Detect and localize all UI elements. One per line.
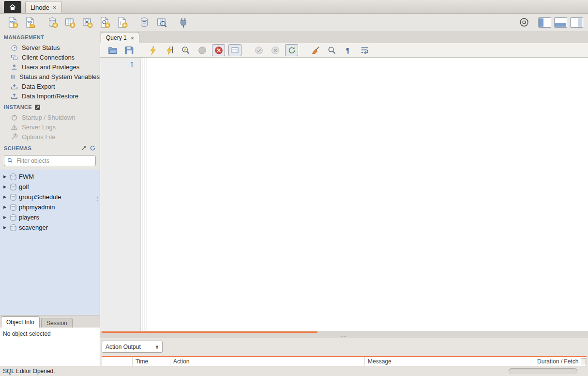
open-script-button[interactable] xyxy=(106,44,119,56)
line-number: 1 xyxy=(130,61,134,68)
schema-row-players[interactable]: ▶ players xyxy=(0,212,100,222)
expand-schemas-button[interactable] xyxy=(81,145,87,151)
sidebar-item-label: Status and System Variables xyxy=(19,73,100,80)
schema-label: phpmyadmin xyxy=(19,204,55,211)
autocommit-toggle[interactable] xyxy=(285,44,298,56)
toggle-sidebar-button[interactable] xyxy=(538,17,551,28)
sidebar-item-server-status[interactable]: Server Status xyxy=(0,43,100,52)
schema-row-fwm[interactable]: ▶ FWM xyxy=(0,172,100,182)
toggle-secondary-sidebar-button[interactable] xyxy=(570,17,583,28)
create-procedure-icon xyxy=(98,16,111,29)
sidebar-item-label: Client Connections xyxy=(22,54,75,61)
schema-filter-input[interactable] xyxy=(15,157,92,165)
schema-row-groupschedule[interactable]: ▶ groupSchedule xyxy=(0,192,100,202)
commit-icon xyxy=(254,45,264,56)
info-tab-bar: Object Info Session xyxy=(0,315,100,328)
sidebar-resize-handle[interactable]: ⋮ xyxy=(95,198,100,200)
sidebar-item-server-logs[interactable]: Server Logs xyxy=(0,122,100,132)
schema-label: golf xyxy=(19,183,29,190)
instance-shortcut-icon[interactable] xyxy=(35,105,40,110)
search-table-data-button[interactable] xyxy=(154,16,169,29)
result-grid-toggle[interactable] xyxy=(228,44,241,56)
explain-button[interactable] xyxy=(179,44,192,56)
save-script-button[interactable] xyxy=(122,44,136,56)
sidebar-item-users-privileges[interactable]: Users and Privileges xyxy=(0,62,100,72)
tab-object-info-label: Object Info xyxy=(6,319,34,326)
chevron-right-icon[interactable]: ▶ xyxy=(3,185,8,189)
sidebar-item-system-variables[interactable]: Status and System Variables xyxy=(0,72,100,81)
code-input-area[interactable] xyxy=(148,58,588,331)
result-grid-icon xyxy=(230,45,241,56)
tab-query-1[interactable]: Query 1 × xyxy=(101,32,139,43)
sidebar-item-options-file[interactable]: Options File xyxy=(0,132,100,141)
chevron-right-icon[interactable]: ▶ xyxy=(3,225,8,230)
chevron-right-icon[interactable]: ▶ xyxy=(3,195,8,199)
sidebar-item-data-import[interactable]: Data Import/Restore xyxy=(0,91,100,101)
create-table-button[interactable] xyxy=(62,16,77,29)
commit-button[interactable] xyxy=(252,44,265,56)
stop-button[interactable] xyxy=(196,44,209,56)
wrap-text-toggle[interactable] xyxy=(358,44,371,56)
sidebar-item-startup-shutdown[interactable]: Startup / Shutdown xyxy=(0,112,100,122)
column-message[interactable]: Message xyxy=(365,357,534,366)
create-view-button[interactable] xyxy=(79,16,95,29)
query-tab-bar: Query 1 × xyxy=(100,31,588,43)
reconnect-dbms-button[interactable] xyxy=(176,16,192,29)
stop-on-error-toggle[interactable] xyxy=(212,44,225,56)
connection-tab-label: Linode xyxy=(30,4,49,11)
sidebar-item-label: Data Export xyxy=(22,83,55,90)
rollback-button[interactable] xyxy=(269,44,282,56)
tab-session[interactable]: Session xyxy=(41,318,73,328)
invisible-chars-toggle[interactable]: ¶ xyxy=(342,44,355,56)
instance-section-title: INSTANCE xyxy=(0,101,100,112)
schema-row-golf[interactable]: ▶ golf xyxy=(0,182,100,192)
sidebar-item-client-connections[interactable]: Client Connections xyxy=(0,52,100,62)
chevron-right-icon[interactable]: ▶ xyxy=(3,205,8,209)
expand-arrow-icon xyxy=(81,145,87,151)
close-icon[interactable]: × xyxy=(53,4,57,11)
chevron-right-icon[interactable]: ▶ xyxy=(3,215,8,219)
home-tab[interactable] xyxy=(4,1,21,13)
search-icon xyxy=(7,157,13,164)
navigator-sidebar: MANAGEMENT Server Status Client Connecti… xyxy=(0,31,100,366)
schema-row-phpmyadmin[interactable]: ▶ phpmyadmin xyxy=(0,202,100,212)
schema-icon xyxy=(10,173,16,180)
home-icon xyxy=(8,3,17,12)
output-resize-handle[interactable]: ∷∷ xyxy=(100,334,588,338)
toggle-output-area-button[interactable] xyxy=(554,17,567,28)
find-icon xyxy=(327,45,337,56)
column-time[interactable]: Time xyxy=(133,357,170,366)
sidebar-item-label: Server Status xyxy=(22,44,60,51)
refresh-icon xyxy=(90,145,96,151)
find-button[interactable] xyxy=(325,44,338,56)
svg-text:¶: ¶ xyxy=(346,47,349,54)
new-query-tab-icon xyxy=(6,16,19,29)
close-icon[interactable]: × xyxy=(131,35,135,41)
new-query-tab-button[interactable] xyxy=(5,16,20,29)
schema-tree: ▶ FWM ▶ golf ▶ groupSchedule ▶ p xyxy=(0,170,100,315)
scrollbar-thumb[interactable] xyxy=(102,331,317,333)
inspect-database-button[interactable] xyxy=(136,16,152,29)
reconnect-dbms-icon xyxy=(178,16,190,29)
open-sql-script-button[interactable] xyxy=(22,16,38,29)
beautify-button[interactable] xyxy=(309,44,322,56)
create-procedure-button[interactable] xyxy=(97,16,112,29)
column-duration[interactable]: Duration / Fetch xyxy=(534,357,587,366)
tab-object-info[interactable]: Object Info xyxy=(1,316,40,328)
sql-code-editor: 1 xyxy=(100,58,588,331)
chevron-right-icon[interactable]: ▶ xyxy=(3,174,8,179)
create-function-button[interactable]: f xyxy=(114,16,130,29)
output-type-select[interactable]: Action Output ▲ ▼ xyxy=(102,341,163,353)
refresh-schemas-button[interactable] xyxy=(90,145,96,151)
connection-tab-linode[interactable]: Linode × xyxy=(25,1,62,13)
column-action[interactable]: Action xyxy=(170,357,365,366)
wrap-text-icon xyxy=(360,45,370,56)
sidebar-item-data-export[interactable]: Data Export xyxy=(0,81,100,91)
execute-current-button[interactable] xyxy=(163,44,176,56)
execute-button[interactable] xyxy=(146,44,159,56)
schema-row-scavenger[interactable]: ▶ scavenger xyxy=(0,222,100,233)
output-scrollbar[interactable] xyxy=(581,358,586,365)
workbench-logo-icon[interactable] xyxy=(519,17,529,28)
column-status[interactable] xyxy=(102,357,133,366)
create-schema-button[interactable] xyxy=(45,16,60,29)
